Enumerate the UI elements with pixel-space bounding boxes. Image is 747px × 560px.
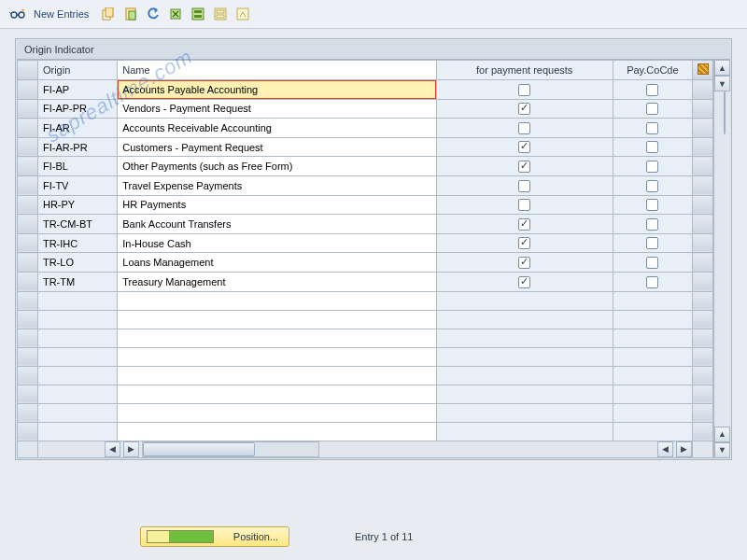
name-cell[interactable]: Travel Expense Payments (118, 175, 436, 195)
hscroll-track[interactable] (142, 441, 319, 457)
name-cell[interactable]: Accounts Payable Accounting (118, 80, 436, 100)
row-selector[interactable] (18, 119, 38, 138)
origin-cell[interactable]: TR-TM (37, 272, 117, 291)
for-payment-checkbox[interactable] (436, 175, 613, 195)
for-payment-checkbox[interactable] (436, 80, 613, 100)
row-selector[interactable] (18, 366, 38, 385)
column-header-origin[interactable]: Origin (37, 61, 117, 80)
column-header-for-payment[interactable]: for payment requests (436, 61, 613, 80)
row-selector[interactable] (18, 310, 38, 329)
delete-icon[interactable] (167, 6, 184, 22)
position-button[interactable]: Position... (140, 526, 289, 547)
empty-cell[interactable] (37, 403, 117, 422)
origin-cell[interactable]: FI-TV (37, 175, 117, 195)
empty-cell[interactable] (693, 422, 713, 441)
hscroll-left-button-2[interactable]: ◀ (657, 441, 673, 457)
row-selector[interactable] (18, 195, 38, 215)
copy-icon[interactable] (100, 6, 117, 22)
row-selector[interactable] (18, 329, 38, 347)
name-cell[interactable]: Loans Management (118, 253, 436, 273)
empty-cell[interactable] (613, 385, 692, 403)
pay-cocde-checkbox[interactable] (613, 137, 692, 157)
empty-cell[interactable] (613, 366, 692, 385)
for-payment-checkbox[interactable] (436, 253, 613, 273)
empty-cell[interactable] (436, 310, 613, 329)
empty-cell[interactable] (436, 403, 613, 422)
row-selector[interactable] (18, 403, 38, 422)
empty-cell[interactable] (613, 422, 692, 441)
for-payment-checkbox[interactable] (436, 233, 613, 253)
empty-cell[interactable] (693, 403, 713, 422)
pay-cocde-checkbox[interactable] (613, 253, 692, 273)
table-config-button[interactable] (693, 61, 713, 80)
row-selector[interactable] (18, 137, 38, 157)
row-selector[interactable] (18, 272, 38, 291)
new-entries-button[interactable]: New Entries (34, 8, 89, 20)
empty-cell[interactable] (37, 422, 117, 441)
for-payment-checkbox[interactable] (436, 119, 613, 138)
empty-cell[interactable] (436, 291, 613, 310)
empty-cell[interactable] (693, 347, 713, 366)
empty-cell[interactable] (118, 329, 436, 347)
empty-cell[interactable] (37, 347, 117, 366)
pay-cocde-checkbox[interactable] (613, 119, 692, 138)
name-cell[interactable]: Vendors - Payment Request (118, 99, 436, 119)
empty-cell[interactable] (118, 385, 436, 403)
vscroll-up-button[interactable]: ▲ (714, 60, 730, 76)
row-selector[interactable] (18, 215, 38, 234)
pay-cocde-checkbox[interactable] (613, 175, 692, 195)
empty-cell[interactable] (613, 347, 692, 366)
empty-cell[interactable] (118, 366, 436, 385)
pay-cocde-checkbox[interactable] (613, 195, 692, 215)
empty-cell[interactable] (37, 291, 117, 310)
empty-cell[interactable] (118, 347, 436, 366)
vscroll-up-button-2[interactable]: ▲ (714, 427, 730, 442)
origin-cell[interactable]: FI-AR (37, 119, 117, 138)
empty-cell[interactable] (693, 366, 713, 385)
empty-cell[interactable] (118, 403, 436, 422)
name-cell[interactable]: HR Payments (118, 195, 436, 215)
row-selector[interactable] (18, 291, 38, 310)
pay-cocde-checkbox[interactable] (613, 215, 692, 234)
name-cell[interactable]: Other Payments (such as Free Form) (118, 157, 436, 176)
empty-cell[interactable] (118, 422, 436, 441)
empty-cell[interactable] (693, 291, 713, 310)
for-payment-checkbox[interactable] (436, 137, 613, 157)
row-selector[interactable] (18, 253, 38, 273)
origin-cell[interactable]: FI-AR-PR (37, 137, 117, 157)
pay-cocde-checkbox[interactable] (613, 233, 692, 253)
empty-cell[interactable] (37, 385, 117, 403)
for-payment-checkbox[interactable] (436, 99, 613, 119)
pay-cocde-checkbox[interactable] (613, 80, 692, 100)
empty-cell[interactable] (693, 310, 713, 329)
empty-cell[interactable] (118, 310, 436, 329)
row-selector[interactable] (18, 175, 38, 195)
undo-icon[interactable] (145, 6, 162, 22)
hscroll-right-button-2[interactable]: ▶ (676, 441, 692, 457)
row-selector[interactable] (18, 99, 38, 119)
row-selector[interactable] (18, 385, 38, 403)
empty-cell[interactable] (37, 329, 117, 347)
empty-cell[interactable] (436, 329, 613, 347)
origin-cell[interactable]: FI-AP (37, 80, 117, 100)
empty-cell[interactable] (613, 310, 692, 329)
row-selector[interactable] (18, 422, 38, 441)
empty-cell[interactable] (436, 366, 613, 385)
empty-cell[interactable] (118, 291, 436, 310)
name-cell[interactable]: Accounts Receivable Accounting (118, 119, 436, 138)
origin-cell[interactable]: FI-AP-PR (37, 99, 117, 119)
name-cell[interactable]: Bank Account Transfers (118, 215, 436, 234)
hscroll-left-button[interactable]: ◀ (105, 441, 120, 457)
row-selector[interactable] (18, 80, 38, 100)
origin-cell[interactable]: TR-IHC (37, 233, 117, 253)
name-cell[interactable]: In-House Cash (118, 233, 436, 253)
for-payment-checkbox[interactable] (436, 272, 613, 291)
select-all-icon[interactable] (190, 6, 206, 22)
empty-cell[interactable] (436, 385, 613, 403)
for-payment-checkbox[interactable] (436, 195, 613, 215)
vscroll-thumb[interactable] (724, 91, 726, 134)
empty-cell[interactable] (613, 403, 692, 422)
pay-cocde-checkbox[interactable] (613, 99, 692, 119)
column-header-pay-cocde[interactable]: Pay.CoCde (613, 61, 692, 80)
deselect-icon[interactable] (212, 6, 229, 22)
